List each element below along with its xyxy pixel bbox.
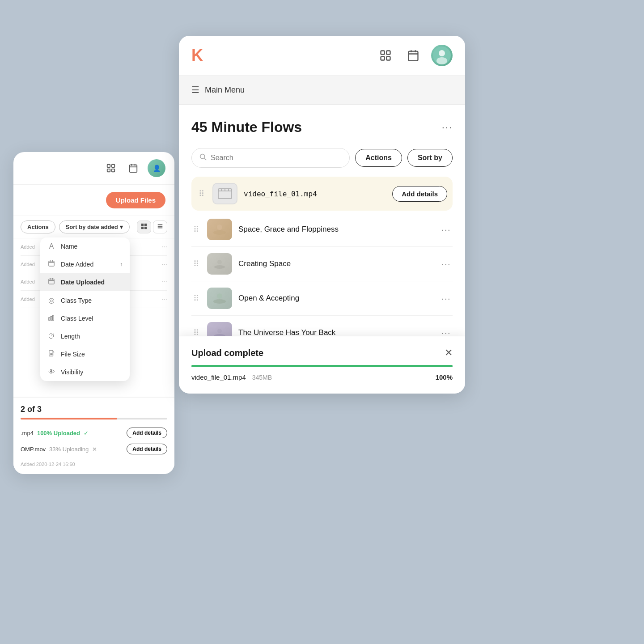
item-more-button-3[interactable]: ··· <box>440 257 453 271</box>
file-item-3: ⠿ Creating Space ··· <box>191 247 453 281</box>
page-more-button[interactable]: ··· <box>442 122 453 133</box>
back-more-3[interactable]: ··· <box>161 278 167 286</box>
back-upload-section: 2 of 3 .mp4 100% Uploaded ✓ Add details … <box>13 397 174 474</box>
app-logo: K <box>191 46 202 65</box>
back-added-1: Added <box>21 244 35 250</box>
back-upload-progress-bg <box>21 418 167 419</box>
svg-rect-33 <box>409 51 418 61</box>
sort-length-icon: ⏱ <box>47 332 55 340</box>
sort-visibility-item[interactable]: 👁 Visibility <box>40 363 130 381</box>
avatar-image <box>431 45 453 66</box>
svg-rect-9 <box>144 224 147 226</box>
upload-complete-header: Upload complete ✕ <box>191 347 453 359</box>
svg-rect-3 <box>112 169 114 172</box>
back-upload-counter: 2 of 3 <box>21 405 167 414</box>
list-view-button[interactable] <box>153 220 167 233</box>
file-thumb-4 <box>207 288 232 309</box>
user-avatar-button[interactable] <box>431 45 453 66</box>
file-item-highlighted: ⠿ video_file_01.mp4 Add details <box>191 177 453 211</box>
back-date-label: Added 2020-12-24 16:60 <box>21 462 167 467</box>
svg-rect-10 <box>141 227 144 229</box>
back-added-4: Added <box>21 297 35 302</box>
sort-name-item[interactable]: A Name <box>40 237 130 255</box>
svg-point-38 <box>439 50 445 56</box>
sort-date-uploaded-item[interactable]: Date Uploaded <box>40 273 130 291</box>
page-title: 45 Minute Flows <box>191 119 302 136</box>
sort-by-button[interactable]: Sort by <box>407 149 453 167</box>
toolbar-row: Actions Sort by <box>191 148 453 168</box>
file-name-3: Creating Space <box>238 259 433 268</box>
sort-file-size-label: File Size <box>61 351 85 358</box>
svg-point-40 <box>200 154 205 159</box>
add-details-btn-1[interactable]: Add details <box>127 428 167 438</box>
back-more-2[interactable]: ··· <box>161 260 167 268</box>
svg-rect-30 <box>386 51 390 55</box>
back-actions-button[interactable]: Actions <box>21 220 55 233</box>
sort-class-type-icon: ◎ <box>47 296 55 305</box>
svg-point-49 <box>214 265 225 269</box>
sort-name-label: Name <box>61 243 77 250</box>
sort-visibility-icon: 👁 <box>47 368 55 376</box>
check-icon-1: ✓ <box>84 430 89 436</box>
back-calendar-icon <box>125 160 141 176</box>
sort-date-added-icon <box>47 260 55 268</box>
back-sort-button[interactable]: Sort by date added ▾ <box>59 220 130 233</box>
drag-handle-4[interactable]: ⠿ <box>191 293 201 303</box>
cancel-icon-2[interactable]: ✕ <box>92 446 97 453</box>
svg-point-48 <box>217 225 222 230</box>
grid-view-button[interactable] <box>137 220 151 233</box>
svg-rect-31 <box>381 56 385 60</box>
item-more-button-2[interactable]: ··· <box>440 223 453 237</box>
drag-handle-3[interactable]: ⠿ <box>191 259 201 269</box>
sort-class-level-item[interactable]: Class Level <box>40 309 130 327</box>
file-thumb-2 <box>207 219 232 240</box>
sort-dropdown: A Name Date Added ↑ <box>40 237 130 381</box>
svg-rect-0 <box>107 165 110 167</box>
back-panel: 👤 Upload Files Actions Sort by date adde… <box>13 152 174 474</box>
svg-rect-8 <box>141 224 144 226</box>
back-added-2: Added <box>21 262 35 267</box>
nav-calendar-button[interactable] <box>403 46 423 65</box>
item-more-button-4[interactable]: ··· <box>440 292 453 305</box>
nav-grid-button[interactable] <box>376 46 395 65</box>
back-file-name-2: OMP.mov <box>21 446 46 453</box>
add-details-btn-2[interactable]: Add details <box>127 444 167 454</box>
sort-file-size-icon <box>47 350 55 358</box>
nav-icons <box>376 45 453 66</box>
svg-point-51 <box>213 299 226 304</box>
svg-rect-1 <box>112 165 114 167</box>
sort-class-type-label: Class Type <box>61 297 92 304</box>
drag-handle-1[interactable]: ⠿ <box>197 189 206 199</box>
sort-visibility-label: Visibility <box>61 369 83 376</box>
main-menu-bar: ☰ Main Menu <box>179 76 465 105</box>
upload-complete-title: Upload complete <box>191 348 263 358</box>
svg-rect-19 <box>49 279 54 284</box>
back-sort-chevron-icon: ▾ <box>120 224 123 230</box>
svg-point-39 <box>436 57 447 64</box>
upload-complete-close-button[interactable]: ✕ <box>445 347 453 359</box>
svg-rect-15 <box>49 261 54 266</box>
sort-date-added-arrow: ↑ <box>120 261 123 267</box>
sort-class-type-item[interactable]: ◎ Class Type <box>40 291 130 309</box>
search-input[interactable] <box>211 154 342 162</box>
back-upload-status-1: 100% Uploaded <box>37 430 80 436</box>
actions-button[interactable]: Actions <box>355 149 402 167</box>
svg-rect-2 <box>107 169 110 172</box>
back-upload-row: Upload Files <box>13 185 174 216</box>
file-thumb-video <box>212 183 237 204</box>
add-details-button-1[interactable]: Add details <box>392 186 447 202</box>
sort-date-added-item[interactable]: Date Added ↑ <box>40 255 130 273</box>
svg-rect-23 <box>49 318 50 320</box>
view-toggle <box>137 220 167 233</box>
sort-length-item[interactable]: ⏱ Length <box>40 327 130 345</box>
drag-handle-2[interactable]: ⠿ <box>191 225 201 234</box>
svg-point-47 <box>213 230 226 235</box>
upload-files-button[interactable]: Upload Files <box>106 192 165 208</box>
svg-point-50 <box>217 260 222 264</box>
back-more-1[interactable]: ··· <box>161 243 167 251</box>
main-nav: K <box>179 36 465 76</box>
sort-file-size-item[interactable]: File Size <box>40 345 130 363</box>
svg-line-41 <box>204 158 207 161</box>
back-more-4[interactable]: ··· <box>161 295 167 303</box>
svg-rect-25 <box>53 315 54 320</box>
